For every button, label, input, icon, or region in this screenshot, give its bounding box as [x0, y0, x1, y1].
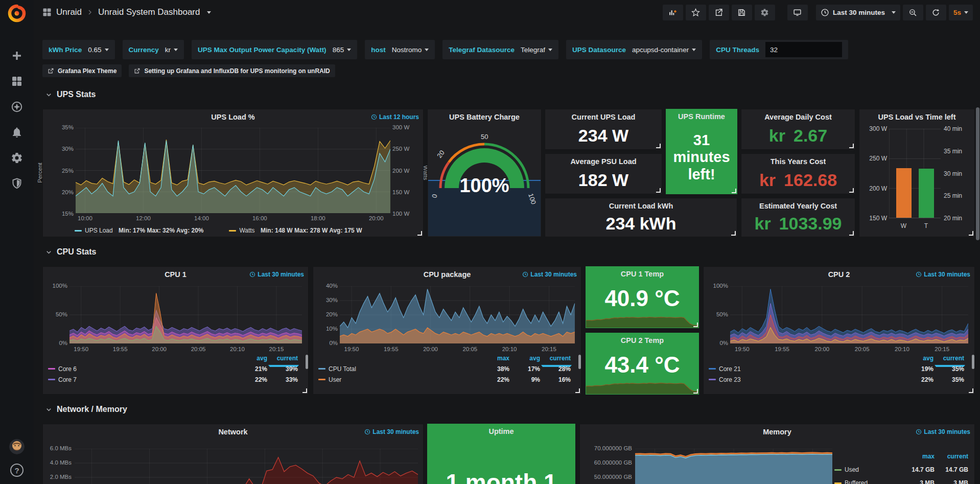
panel-title[interactable]: UPS Battery Charge: [433, 113, 536, 121]
series-color-swatch[interactable]: [48, 379, 55, 380]
grafana-logo[interactable]: [7, 4, 27, 23]
variable-value-dropdown[interactable]: apcupsd-container: [632, 46, 696, 54]
row-header-ups-stats[interactable]: UPS Stats: [45, 90, 96, 99]
series-label[interactable]: Watts: [239, 227, 254, 234]
legend-row: Core 2119%35%: [709, 363, 970, 374]
alerting-icon[interactable]: [11, 126, 23, 139]
explore-icon[interactable]: [11, 101, 23, 113]
bar-watts[interactable]: [896, 168, 912, 218]
chart-plot-area[interactable]: [340, 286, 575, 343]
legend-header[interactable]: max: [901, 453, 935, 463]
refresh-button[interactable]: [926, 5, 946, 20]
panel-title[interactable]: Memory: [600, 428, 954, 436]
legend-scrollbar[interactable]: [306, 355, 308, 369]
series-color-swatch[interactable]: [834, 482, 842, 484]
series-color-swatch[interactable]: [318, 368, 325, 370]
share-button[interactable]: [709, 5, 729, 20]
legend-header[interactable]: avg: [237, 355, 267, 363]
row-header-network-memory[interactable]: Network / Memory: [45, 405, 127, 414]
star-button[interactable]: [686, 5, 706, 20]
time-range-picker[interactable]: Last 30 minutes: [816, 5, 900, 20]
server-admin-shield-icon[interactable]: [11, 177, 23, 190]
panel-time-range-link[interactable]: Last 30 minutes: [249, 271, 304, 278]
dashboard-settings-button[interactable]: [755, 5, 775, 20]
panel-title[interactable]: UPS Runtime: [678, 112, 725, 121]
legend-header[interactable]: current: [935, 453, 968, 463]
dashboard-link[interactable]: Setting up Grafana and InfluxDB for UPS …: [129, 64, 335, 77]
series-color-swatch[interactable]: [709, 379, 716, 380]
panel-time-range-link[interactable]: Last 30 minutes: [916, 428, 970, 435]
zoom-out-time-button[interactable]: [903, 5, 923, 20]
chart-plot-area[interactable]: [730, 286, 968, 343]
variable-value-dropdown[interactable]: 0.65: [88, 46, 108, 54]
dashboards-icon[interactable]: [11, 75, 23, 87]
series-label[interactable]: UPS Load: [85, 227, 113, 234]
chart-plot-area[interactable]: [76, 128, 390, 213]
legend-header[interactable]: current: [267, 355, 298, 363]
legend-header[interactable]: avg: [903, 355, 934, 363]
chart-plot-area[interactable]: [635, 449, 832, 484]
panel-title[interactable]: UPS Load %: [63, 113, 403, 121]
series-label[interactable]: CPU Total: [329, 365, 479, 373]
panel-title[interactable]: CPU 2 Temp: [621, 336, 664, 344]
y-axis-ticks: 100%50%0%: [708, 283, 728, 346]
breadcrumb-current[interactable]: Unraid System Dashboard: [98, 7, 200, 17]
add-panel-button[interactable]: [663, 5, 683, 20]
panel-title[interactable]: Current UPS Load: [572, 113, 636, 121]
series-label[interactable]: Core 7: [58, 376, 237, 383]
panel-time-range-link[interactable]: Last 12 hours: [371, 113, 419, 121]
series-label[interactable]: Core 23: [719, 376, 903, 383]
user-avatar[interactable]: [9, 439, 25, 454]
chart-plot-area[interactable]: [69, 286, 302, 343]
create-icon[interactable]: [11, 50, 23, 62]
bar-time-left[interactable]: [919, 169, 934, 218]
variable-value-dropdown[interactable]: Telegraf: [521, 46, 552, 54]
series-color-swatch[interactable]: [75, 230, 82, 232]
panel-title[interactable]: Average PSU Load: [570, 157, 636, 166]
configuration-icon[interactable]: [11, 152, 23, 164]
panel-time-range-link[interactable]: Last 30 minutes: [916, 271, 970, 278]
panel-time-range-link[interactable]: Last 30 minutes: [364, 428, 419, 435]
cpu-threads-input[interactable]: [765, 42, 842, 57]
help-icon[interactable]: ?: [10, 464, 24, 477]
variable-value-dropdown[interactable]: Nostromo: [392, 46, 429, 54]
chevron-down-icon[interactable]: [207, 11, 211, 14]
legend-scrollbar[interactable]: [578, 355, 581, 369]
variable-value-dropdown[interactable]: kr: [165, 46, 178, 54]
variable-label: CPU Threads: [716, 46, 759, 54]
breadcrumb-root[interactable]: Unraid: [56, 7, 82, 17]
panel-title[interactable]: CPU 1 Temp: [621, 270, 664, 278]
panel-title[interactable]: UPS Load vs Time left: [864, 113, 970, 121]
panel-title[interactable]: Estimated Yearly Cost: [759, 202, 837, 210]
variable-telegraf-datasource: Telegraf Datasource Telegraf: [442, 40, 558, 59]
panel-title[interactable]: Current Load kWh: [609, 202, 673, 210]
series-color-swatch[interactable]: [48, 368, 55, 370]
cycle-view-mode-button[interactable]: [787, 5, 808, 20]
legend-header[interactable]: current: [540, 355, 571, 363]
variable-value-dropdown[interactable]: 865: [333, 46, 352, 54]
panel-title[interactable]: Uptime: [488, 427, 514, 435]
series-label[interactable]: Core 21: [719, 365, 903, 373]
series-label[interactable]: User: [329, 376, 479, 383]
page-scrollbar[interactable]: [976, 107, 979, 240]
series-label[interactable]: Used: [845, 466, 901, 473]
panel-title[interactable]: Average Daily Cost: [764, 113, 832, 121]
legend-header[interactable]: max: [479, 355, 509, 363]
dashboard-link[interactable]: Grafana Plex Theme: [42, 64, 122, 77]
legend-scrollbar[interactable]: [972, 355, 974, 369]
refresh-interval-picker[interactable]: 5s: [949, 5, 973, 20]
panel-title[interactable]: Network: [63, 428, 403, 436]
panel-time-range-link[interactable]: Last 30 minutes: [522, 271, 577, 278]
legend-header[interactable]: avg: [509, 355, 540, 363]
series-label[interactable]: Core 6: [58, 365, 237, 373]
panel-title[interactable]: This Years Cost: [771, 157, 826, 166]
save-button[interactable]: [732, 5, 752, 20]
series-color-swatch[interactable]: [318, 379, 325, 380]
chart-plot-area[interactable]: [75, 449, 418, 484]
series-label[interactable]: Buffered: [845, 479, 901, 484]
legend-header[interactable]: current: [934, 355, 964, 363]
row-header-cpu-stats[interactable]: CPU Stats: [45, 247, 96, 257]
series-color-swatch[interactable]: [834, 469, 842, 471]
series-color-swatch[interactable]: [709, 368, 716, 370]
series-color-swatch[interactable]: [229, 230, 236, 232]
